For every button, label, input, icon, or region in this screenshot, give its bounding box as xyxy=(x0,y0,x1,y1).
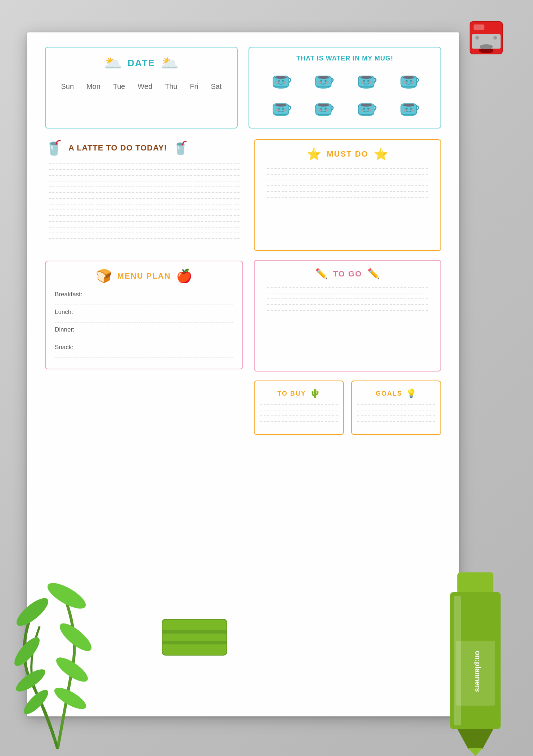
mug-7 xyxy=(347,97,385,121)
line-12 xyxy=(49,227,239,228)
line-5 xyxy=(49,186,239,187)
svg-rect-18 xyxy=(162,630,227,634)
menu-line-1 xyxy=(55,305,233,305)
svg-point-88 xyxy=(403,104,415,107)
menu-snack: Snack: xyxy=(55,344,233,354)
svg-point-6 xyxy=(493,36,497,40)
line-6 xyxy=(49,192,239,193)
svg-point-5 xyxy=(475,36,479,40)
goals-title: GOALS xyxy=(376,390,402,397)
menu-line-2 xyxy=(55,322,233,323)
svg-point-58 xyxy=(411,81,414,84)
day-tue: Tue xyxy=(110,81,128,93)
line-10 xyxy=(49,215,239,216)
menu-breakfast: Breakfast: xyxy=(55,291,233,301)
svg-point-32 xyxy=(275,76,287,79)
menu-line-4 xyxy=(55,357,233,358)
pencil-right-icon: ✏️ xyxy=(367,268,380,280)
mug-8 xyxy=(390,97,428,121)
svg-point-74 xyxy=(326,109,328,112)
day-mon: Mon xyxy=(84,81,103,93)
coffee-left-icon: 🥤 xyxy=(45,139,63,156)
svg-point-72 xyxy=(318,104,329,107)
to-go-line-3 xyxy=(267,298,428,299)
menu-plan-section: 🍞 MENU PLAN 🍎 Breakfast: Lunch: Dinner: … xyxy=(45,261,243,369)
svg-marker-24 xyxy=(457,729,493,749)
plant-decoration xyxy=(0,540,115,756)
to-go-section: ✏️ TO GO ✏️ xyxy=(254,260,441,372)
to-go-lines xyxy=(264,287,431,311)
eraser-decoration xyxy=(158,612,230,662)
buy-line-2 xyxy=(260,410,338,410)
must-do-lines xyxy=(264,168,431,198)
line-14 xyxy=(49,238,239,239)
must-do-title: MUST DO xyxy=(327,149,368,159)
must-line-4 xyxy=(267,185,428,186)
svg-point-90 xyxy=(411,109,414,112)
svg-point-80 xyxy=(360,104,372,107)
must-line-1 xyxy=(267,168,428,169)
right-column: ⭐ MUST DO ⭐ ✏️ TO GO ✏️ xyxy=(254,139,441,435)
line-4 xyxy=(49,181,239,181)
to-go-line-5 xyxy=(267,310,428,311)
line-11 xyxy=(49,221,239,222)
svg-point-15 xyxy=(51,684,89,713)
cactus-icon: 🌵 xyxy=(310,388,321,399)
goals-section: GOALS 💡 xyxy=(351,381,441,435)
must-line-5 xyxy=(267,191,428,192)
svg-point-89 xyxy=(404,109,407,112)
line-8 xyxy=(49,204,239,204)
svg-rect-26 xyxy=(454,596,461,725)
day-sat: Sat xyxy=(208,81,224,93)
goal-line-3 xyxy=(357,415,435,416)
must-do-header: ⭐ MUST DO ⭐ xyxy=(264,147,431,161)
must-line-6 xyxy=(267,197,428,198)
to-go-title: TO GO xyxy=(333,269,362,279)
svg-point-49 xyxy=(361,81,364,84)
star-left-icon: ⭐ xyxy=(307,147,321,161)
svg-point-65 xyxy=(276,109,279,112)
to-go-header: ✏️ TO GO ✏️ xyxy=(264,268,431,280)
svg-point-64 xyxy=(275,104,287,107)
to-buy-section: TO BUY 🌵 xyxy=(254,381,344,435)
latte-title: A LATTE TO DO TODAY! xyxy=(68,143,167,153)
water-title: THAT IS WATER IN MY MUG! xyxy=(258,55,431,62)
day-thu: Thu xyxy=(162,81,180,93)
to-buy-title: TO BUY xyxy=(277,390,306,397)
svg-point-42 xyxy=(326,81,328,84)
cloud-left-icon: 🌥️ xyxy=(104,55,122,72)
star-right-icon: ⭐ xyxy=(374,147,388,161)
svg-rect-7 xyxy=(474,24,484,30)
line-7 xyxy=(49,198,239,199)
svg-point-50 xyxy=(368,81,371,84)
line-2 xyxy=(49,169,239,170)
svg-point-66 xyxy=(283,109,286,112)
svg-marker-25 xyxy=(468,748,483,756)
must-do-section: ⭐ MUST DO ⭐ xyxy=(254,139,441,251)
line-13 xyxy=(49,233,239,233)
line-3 xyxy=(49,175,239,176)
day-wed: Wed xyxy=(135,81,155,93)
cloud-right-icon: 🌥️ xyxy=(161,55,179,72)
svg-point-10 xyxy=(10,634,44,670)
date-header: 🌥️ DATE 🌥️ xyxy=(55,55,228,72)
mug-grid xyxy=(258,69,431,121)
mug-5 xyxy=(262,97,300,121)
goal-line-1 xyxy=(357,404,435,405)
svg-point-41 xyxy=(318,81,321,84)
latte-header: 🥤 A LATTE TO DO TODAY! 🥤 xyxy=(45,139,243,156)
pencil-left-icon: ✏️ xyxy=(315,268,328,280)
svg-point-73 xyxy=(318,109,321,112)
svg-point-82 xyxy=(368,109,371,112)
apple-icon: 🍎 xyxy=(176,269,192,284)
date-title: DATE xyxy=(127,58,155,69)
svg-point-57 xyxy=(404,81,407,84)
day-fri: Fri xyxy=(187,81,201,93)
goal-line-2 xyxy=(357,410,435,410)
svg-rect-19 xyxy=(162,641,227,644)
svg-text:on:planners: on:planners xyxy=(474,651,482,692)
latte-section: 🥤 A LATTE TO DO TODAY! 🥤 xyxy=(45,139,243,239)
buy-line-4 xyxy=(260,421,338,422)
to-buy-header: TO BUY 🌵 xyxy=(260,388,338,399)
to-go-line-4 xyxy=(267,304,428,305)
